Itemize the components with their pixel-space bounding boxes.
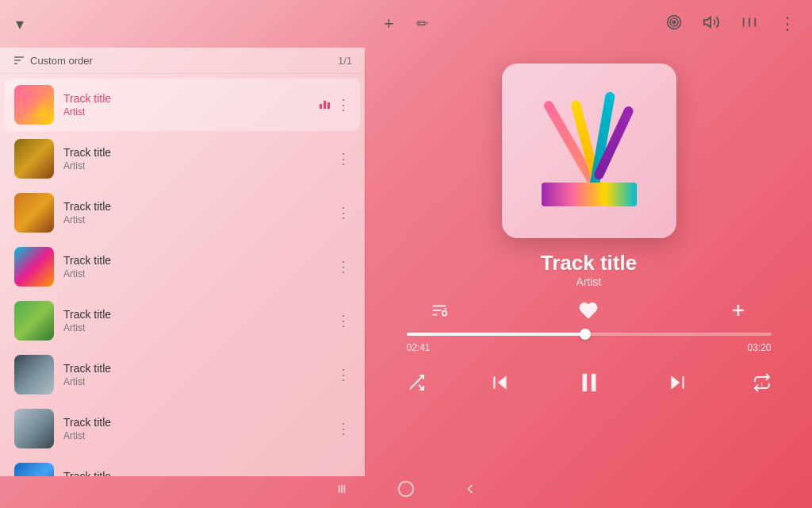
top-bar-center: + ✏ [381, 10, 431, 37]
list-item[interactable]: Track title Artist ⋮ [5, 402, 360, 455]
top-bar-right: ⋮ [663, 10, 799, 38]
track-thumbnail [14, 247, 54, 287]
track-info: Track title Artist [63, 470, 327, 476]
album-art [502, 64, 676, 238]
progress-fill [407, 333, 585, 336]
menu-icon [334, 481, 350, 497]
track-actions: ⋮ [336, 204, 350, 221]
home-nav-button[interactable] [397, 480, 415, 502]
track-info: Track title Artist [63, 146, 327, 171]
track-thumbnail [14, 139, 54, 179]
svg-text:1: 1 [760, 382, 764, 387]
track-artist: Artist [63, 160, 327, 171]
svg-rect-16 [22, 93, 46, 117]
shuffle-button[interactable] [407, 373, 426, 392]
track-actions: ⋮ [319, 96, 350, 114]
previous-button[interactable] [490, 372, 511, 393]
repeat-button[interactable]: 1 [753, 373, 772, 392]
equalizer-button[interactable] [737, 10, 761, 38]
track-title: Track title [63, 200, 327, 213]
sort-icon [13, 54, 25, 67]
track-thumbnail [14, 193, 54, 233]
list-item[interactable]: Track title Artist ⋮ [5, 187, 360, 239]
track-title: Track title [63, 470, 327, 476]
queue-button[interactable] [431, 302, 448, 319]
pause-button[interactable] [576, 369, 603, 396]
thumb-art-icon [22, 93, 46, 117]
track-more-icon[interactable]: ⋮ [336, 258, 350, 275]
collapse-button[interactable]: ▾ [13, 11, 27, 37]
progress-bar[interactable] [407, 333, 772, 336]
track-actions: ⋮ [336, 312, 350, 329]
volume-button[interactable] [699, 10, 723, 38]
favorite-button[interactable] [579, 301, 598, 320]
progress-times: 02:41 03:20 [407, 342, 772, 353]
current-time: 02:41 [407, 342, 431, 353]
track-artist: Artist [63, 376, 327, 387]
track-info: Track title Artist [63, 200, 327, 225]
back-icon [462, 481, 478, 497]
progress-thumb[interactable] [580, 329, 591, 340]
svg-rect-17 [320, 104, 322, 109]
svg-marker-33 [671, 375, 680, 389]
chevron-down-icon: ▾ [16, 14, 24, 33]
svg-point-11 [749, 21, 751, 24]
heart-icon [579, 301, 598, 320]
track-more-icon[interactable]: ⋮ [336, 150, 350, 167]
more-options-button[interactable]: ⋮ [776, 10, 799, 37]
svg-point-23 [442, 311, 446, 316]
add-track-button[interactable]: + [381, 10, 397, 37]
edit-button[interactable]: ✏ [413, 12, 431, 36]
playlist-sort[interactable]: Custom order [13, 54, 93, 67]
track-actions: ⋮ [336, 420, 350, 437]
track-artist: Artist [63, 268, 327, 279]
track-info: Track title Artist [63, 362, 327, 387]
track-info: Track title Artist [63, 416, 327, 441]
track-artist: Artist [63, 430, 327, 441]
total-time: 03:20 [747, 342, 771, 353]
track-actions: ⋮ [336, 150, 350, 167]
track-actions: ⋮ [336, 474, 350, 476]
svg-point-12 [754, 22, 756, 25]
track-more-icon[interactable]: ⋮ [336, 420, 350, 437]
edit-icon: ✏ [416, 15, 428, 33]
track-thumbnail [14, 301, 54, 341]
list-item[interactable]: Track title Artist ⋮ [5, 133, 360, 185]
playlist-panel: Custom order 1/1 [0, 48, 365, 476]
bottom-nav [0, 476, 812, 508]
player-track-info: Track title Artist [541, 251, 637, 288]
list-item[interactable]: Track title Artist ⋮ [5, 348, 360, 401]
repeat-icon: 1 [753, 373, 772, 392]
cast-button[interactable] [663, 11, 685, 37]
track-artist: Artist [63, 106, 309, 117]
list-item[interactable]: Track title Artist ⋮ [5, 294, 360, 347]
back-nav-button[interactable] [462, 481, 478, 501]
svg-point-39 [399, 481, 413, 495]
track-artist: Artist [63, 214, 327, 225]
track-more-icon[interactable]: ⋮ [336, 366, 350, 383]
track-actions: ⋮ [336, 366, 350, 383]
track-thumbnail [14, 355, 54, 394]
track-more-icon[interactable]: ⋮ [336, 96, 350, 114]
list-item[interactable]: Track title Artist ⋮ [5, 456, 360, 476]
track-title: Track title [63, 92, 309, 105]
skip-back-icon [490, 372, 511, 393]
track-title: Track title [63, 254, 327, 267]
track-more-icon[interactable]: ⋮ [336, 474, 350, 476]
track-more-icon[interactable]: ⋮ [336, 204, 350, 221]
more-icon: ⋮ [779, 13, 796, 34]
playback-controls: 1 [407, 366, 772, 399]
list-item[interactable]: Track title Artist ⋮ [5, 79, 360, 131]
ribbon-base-decoration [542, 183, 637, 206]
list-item[interactable]: Track title Artist ⋮ [5, 241, 360, 293]
next-button[interactable] [667, 372, 688, 393]
add-to-playlist-button[interactable] [729, 301, 748, 320]
track-artist: Artist [63, 322, 327, 333]
player-panel: Track title Artist [366, 48, 812, 476]
track-info: Track title Artist [63, 308, 327, 333]
menu-nav-button[interactable] [334, 481, 350, 501]
track-more-icon[interactable]: ⋮ [336, 312, 350, 329]
add-icon [729, 301, 748, 320]
track-title: Track title [63, 416, 327, 429]
album-art-inner [502, 64, 676, 238]
